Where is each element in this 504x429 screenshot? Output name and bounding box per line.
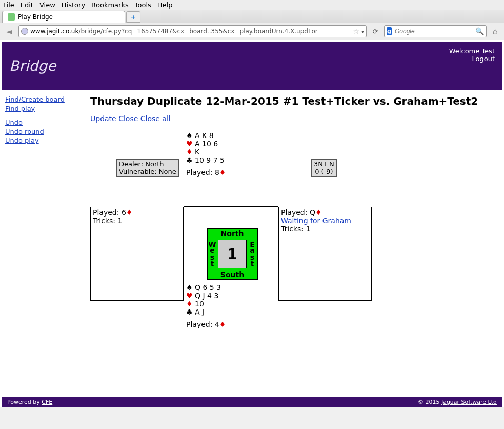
compass-east: East [249, 239, 256, 269]
sidebar-undo-play[interactable]: Undo play [5, 136, 39, 145]
south-played: Played: 4 [186, 320, 276, 328]
north-spades: A K 8 [186, 131, 276, 140]
user-box: Welcome Test Logout [449, 47, 495, 63]
search-icon[interactable]: 🔍 [475, 27, 484, 35]
west-played: Played: 6 [93, 208, 181, 217]
west-tricks: Tricks: 1 [93, 217, 181, 225]
footer-right: © 2015 Jaguar Software Ltd [418, 399, 497, 405]
board-number: 1 [218, 240, 247, 268]
south-spades: Q 6 5 3 [186, 283, 276, 291]
home-button[interactable]: ⌂ [490, 26, 501, 37]
url-dropdown-icon[interactable]: ▾ [361, 29, 364, 34]
close-all-link[interactable]: Close all [140, 114, 171, 123]
dealer-box: Dealer: North Vulnerable: None [116, 159, 179, 177]
heart-icon [186, 140, 193, 148]
google-icon: g [387, 27, 392, 35]
contract-line2: 0 (-9) [314, 168, 334, 176]
reload-button[interactable]: ⟳ [370, 26, 381, 37]
globe-icon [21, 28, 28, 35]
url-bar[interactable]: www.jagit.co.uk/bridge/cfe.py?cq=1657574… [18, 25, 367, 37]
diamond-icon [126, 208, 133, 217]
south-clubs: A J [186, 308, 276, 316]
main: Thursday Duplicate 12-Mar-2015 #1 Test+T… [90, 95, 499, 389]
east-tricks: Tricks: 1 [281, 225, 369, 233]
user-link[interactable]: Test [481, 47, 495, 55]
sidebar-find-play[interactable]: Find play [5, 104, 35, 113]
north-diamonds: K [186, 148, 276, 156]
club-icon [186, 308, 193, 316]
menu-help[interactable]: Help [157, 1, 173, 9]
compass-north: North [208, 229, 257, 238]
welcome-label: Welcome [449, 47, 479, 55]
sidebar-undo[interactable]: Undo [5, 118, 23, 127]
tab-active[interactable]: Play Bridge [2, 11, 125, 23]
sidebar-undo-round[interactable]: Undo round [5, 127, 44, 136]
waiting-link[interactable]: Waiting for Graham [281, 217, 351, 225]
cfe-link[interactable]: CFE [42, 399, 52, 405]
menu-history[interactable]: History [62, 1, 85, 9]
diamond-icon [315, 208, 322, 217]
diamond-icon [219, 320, 226, 328]
menu-tools[interactable]: Tools [135, 1, 151, 9]
sidebar-find-create[interactable]: Find/Create board [5, 95, 65, 104]
search-input[interactable] [394, 27, 473, 35]
close-link[interactable]: Close [118, 114, 138, 123]
url-text: www.jagit.co.uk/bridge/cfe.py?cq=1657574… [30, 28, 351, 35]
club-icon [186, 156, 193, 164]
logout-link[interactable]: Logout [472, 55, 495, 63]
back-button[interactable]: ◄ [3, 26, 15, 37]
north-hearts: A 10 6 [186, 140, 276, 148]
heart-icon [186, 291, 193, 300]
north-played: Played: 8 [186, 168, 276, 177]
menu-edit[interactable]: Edit [21, 1, 33, 9]
contract-box: 3NT N 0 (-9) [311, 159, 337, 177]
tab-title: Play Bridge [18, 13, 53, 21]
menubar: File Edit View History Bookmarks Tools H… [0, 0, 504, 10]
page: Welcome Test Logout Bridge Find/Create b… [0, 40, 504, 407]
north-hand: A K 8 A 10 6 K 10 9 7 5 Played: 8 [184, 130, 278, 207]
sidebar: Find/Create board Find play Undo Undo ro… [5, 95, 85, 389]
south-hand: Q 6 5 3 Q J 4 3 10 A J Played: 4 [184, 282, 278, 389]
tab-strip: Play Bridge + [0, 10, 504, 23]
compass-west: West [209, 239, 216, 269]
action-links: Update Close Close all [90, 114, 499, 123]
footer-left: Powered by CFE [7, 399, 52, 405]
menu-file[interactable]: File [3, 1, 14, 9]
update-link[interactable]: Update [90, 114, 116, 123]
diamond-icon [219, 168, 226, 177]
south-diamonds: 10 [186, 300, 276, 308]
board-area: Dealer: North Vulnerable: None 3NT N 0 (… [90, 130, 480, 389]
west-hand: Played: 6 Tricks: 1 [90, 207, 184, 301]
toolbar: ◄ www.jagit.co.uk/bridge/cfe.py?cq=16575… [0, 23, 504, 40]
search-bar[interactable]: g 🔍 [384, 25, 487, 37]
south-hearts: Q J 4 3 [186, 291, 276, 300]
spade-icon [186, 283, 193, 291]
spade-icon [186, 131, 193, 140]
contract-line1: 3NT N [314, 160, 334, 168]
north-clubs: 10 9 7 5 [186, 156, 276, 164]
menu-bookmarks[interactable]: Bookmarks [91, 1, 129, 9]
east-hand: Played: Q Waiting for Graham Tricks: 1 [278, 207, 372, 301]
footer: Powered by CFE © 2015 Jaguar Software Lt… [2, 397, 502, 407]
site-title: Bridge [9, 57, 495, 74]
bookmark-star-icon[interactable]: ☆ [353, 27, 359, 35]
favicon-icon [8, 13, 15, 21]
jaguar-link[interactable]: Jaguar Software Ltd [441, 399, 497, 405]
page-heading: Thursday Duplicate 12-Mar-2015 #1 Test+T… [90, 95, 499, 107]
compass-south: South [208, 270, 257, 279]
compass: North South West East 1 [207, 228, 258, 280]
vulnerable-line: Vulnerable: None [119, 168, 176, 176]
banner: Welcome Test Logout Bridge [2, 42, 502, 90]
content: Find/Create board Find play Undo Undo ro… [2, 90, 502, 395]
east-played: Played: Q [281, 208, 369, 217]
menu-view[interactable]: View [39, 1, 55, 9]
dealer-line: Dealer: North [119, 160, 176, 168]
new-tab-button[interactable]: + [126, 11, 140, 23]
diamond-icon [186, 300, 193, 308]
diamond-icon [186, 148, 193, 156]
